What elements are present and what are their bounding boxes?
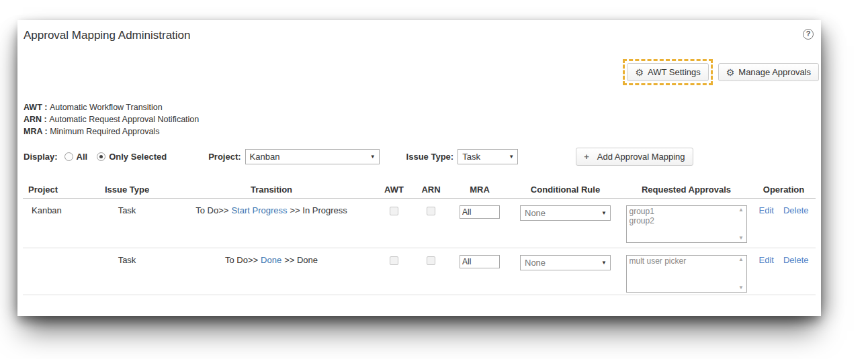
transition-from: To Do>>: [225, 255, 258, 265]
transition-link[interactable]: Done: [261, 255, 281, 265]
cell-issue-type: Task: [87, 248, 167, 295]
gear-icon: ⚙: [635, 68, 644, 77]
scroll-down-icon[interactable]: ▼: [738, 236, 744, 241]
cell-transition: To Do>> Done >> Done: [167, 248, 376, 295]
edit-link[interactable]: Edit: [759, 205, 774, 215]
toolbar: ⚙ AWT Settings ⚙ Manage Approvals: [623, 59, 819, 85]
delete-link[interactable]: Delete: [783, 205, 809, 215]
requested-approvals-values: mult user picker: [627, 256, 736, 292]
issue-type-label: Issue Type:: [406, 152, 454, 162]
approval-mapping-table: Project Issue Type Transition AWT ARN MR…: [23, 181, 816, 295]
transition-to: >> In Progress: [290, 205, 347, 215]
header-transition: Transition: [167, 181, 376, 198]
radio-button-icon[interactable]: [64, 152, 73, 161]
requested-approvals-values: group1 group2: [627, 206, 736, 242]
listbox-scrollbar[interactable]: ▲ ▼: [736, 256, 746, 292]
cell-project: [23, 248, 87, 295]
cell-project: Kanban: [23, 199, 87, 248]
header-requested-approvals: Requested Approvals: [621, 181, 752, 198]
manage-approvals-label: Manage Approvals: [738, 67, 811, 77]
legend-line-arn: ARN : Automatic Request Approval Notific…: [24, 113, 199, 125]
legend-line-mra: MRA : Minimum Required Approvals: [24, 125, 199, 138]
scroll-down-icon[interactable]: ▼: [738, 285, 744, 291]
table-header-row: Project Issue Type Transition AWT ARN MR…: [23, 181, 816, 199]
awt-checkbox[interactable]: [390, 256, 398, 265]
add-approval-mapping-label: Add Approval Mapping: [597, 152, 685, 162]
header-conditional-rule: Conditional Rule: [510, 181, 621, 198]
header-issue-type: Issue Type: [87, 181, 167, 198]
header-mra: MRA: [449, 181, 510, 198]
conditional-rule-select[interactable]: None ▼: [520, 205, 611, 221]
chevron-down-icon: ▼: [509, 154, 514, 160]
header-arn: ARN: [413, 181, 449, 198]
chevron-down-icon: ▼: [601, 260, 607, 266]
approval-mapping-admin-panel: Approval Mapping Administration ? ⚙ AWT …: [17, 20, 821, 316]
abbreviation-legend: AWT : Automatic Workflow Transition ARN …: [24, 101, 199, 138]
scroll-up-icon[interactable]: ▲: [738, 257, 744, 262]
awt-settings-highlight-box: ⚙ AWT Settings: [623, 59, 712, 85]
awt-checkbox[interactable]: [390, 207, 398, 215]
delete-link[interactable]: Delete: [783, 255, 809, 265]
add-approval-mapping-button[interactable]: + Add Approval Mapping: [576, 148, 693, 166]
gear-icon: ⚙: [726, 68, 735, 77]
mra-input[interactable]: [460, 205, 500, 219]
radio-button-icon[interactable]: [97, 152, 105, 161]
table-row: Task To Do>> Done >> Done None ▼: [23, 248, 816, 295]
display-radio-all[interactable]: All: [64, 152, 88, 162]
listbox-scrollbar[interactable]: ▲ ▼: [736, 206, 746, 242]
project-label: Project:: [208, 152, 241, 162]
conditional-rule-select[interactable]: None ▼: [520, 255, 611, 270]
transition-link[interactable]: Start Progress: [231, 205, 287, 215]
scroll-up-icon[interactable]: ▲: [738, 207, 744, 213]
display-radio-only-selected[interactable]: Only Selected: [97, 152, 167, 162]
chevron-down-icon: ▼: [370, 154, 376, 160]
cell-issue-type: Task: [87, 199, 167, 248]
chevron-down-icon: ▼: [601, 210, 607, 216]
conditional-rule-value: None: [525, 208, 546, 218]
table-row: Kanban Task To Do>> Start Progress >> In…: [23, 199, 816, 248]
cell-transition: To Do>> Start Progress >> In Progress: [167, 199, 376, 248]
transition-to: >> Done: [284, 255, 318, 265]
header-awt: AWT: [376, 181, 413, 198]
issue-type-select-value: Task: [462, 152, 480, 162]
arn-checkbox[interactable]: [427, 256, 435, 265]
edit-link[interactable]: Edit: [759, 255, 774, 265]
issue-type-select[interactable]: Task ▼: [458, 149, 518, 164]
arn-checkbox[interactable]: [427, 207, 435, 215]
requested-approvals-listbox[interactable]: mult user picker ▲ ▼: [626, 255, 747, 293]
awt-settings-button[interactable]: ⚙ AWT Settings: [627, 63, 708, 81]
manage-approvals-button[interactable]: ⚙ Manage Approvals: [718, 63, 819, 81]
project-select-value: Kanban: [250, 152, 280, 162]
header-operation: Operation: [752, 181, 816, 198]
requested-approvals-listbox[interactable]: group1 group2 ▲ ▼: [626, 205, 747, 243]
project-select[interactable]: Kanban ▼: [245, 149, 380, 164]
transition-from: To Do>>: [196, 205, 228, 215]
awt-settings-label: AWT Settings: [648, 67, 701, 77]
conditional-rule-value: None: [525, 258, 546, 268]
radio-all-label: All: [77, 152, 88, 162]
header-project: Project: [23, 181, 87, 198]
filter-bar: Display: All Only Selected Project: Kanb…: [24, 148, 693, 166]
mra-input[interactable]: [460, 255, 500, 268]
plus-icon: +: [584, 152, 589, 162]
display-label: Display:: [24, 152, 58, 162]
screenshot-stage: Approval Mapping Administration ? ⚙ AWT …: [0, 0, 868, 359]
radio-only-selected-label: Only Selected: [109, 152, 167, 162]
page-title: Approval Mapping Administration: [24, 29, 191, 42]
legend-line-awt: AWT : Automatic Workflow Transition: [24, 101, 199, 113]
help-icon[interactable]: ?: [803, 29, 814, 40]
